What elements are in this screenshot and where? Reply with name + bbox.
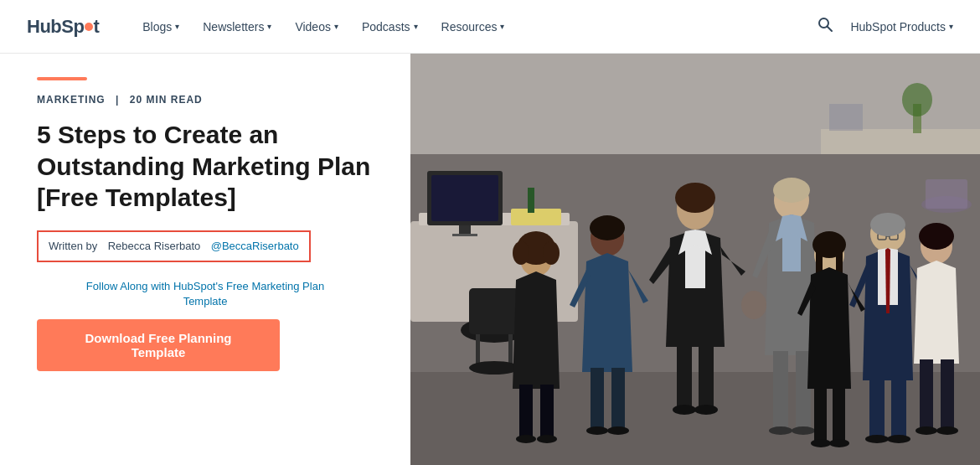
logo-text: HubSpt (27, 16, 99, 38)
read-time-label: 20 MIN READ (130, 94, 203, 106)
logo-dot (85, 23, 93, 31)
chevron-down-icon: ▾ (267, 22, 271, 31)
navbar: HubSpt Blogs ▾ Newsletters ▾ Videos ▾ Po… (0, 0, 980, 54)
article-title: 5 Steps to Create an Outstanding Marketi… (37, 119, 374, 214)
nav-item-resources[interactable]: Resources ▾ (431, 13, 515, 40)
search-icon[interactable] (813, 13, 837, 40)
main-content: MARKETING | 20 MIN READ 5 Steps to Creat… (0, 54, 980, 465)
nav-item-videos[interactable]: Videos ▾ (285, 13, 348, 40)
chevron-down-icon: ▾ (500, 22, 504, 31)
nav-items: Blogs ▾ Newsletters ▾ Videos ▾ Podcasts … (132, 13, 813, 40)
logo[interactable]: HubSpt (27, 16, 99, 38)
author-name-link[interactable]: Rebecca Riserbato (108, 240, 201, 252)
hero-image-panel (410, 54, 980, 465)
svg-rect-69 (821, 129, 980, 154)
nav-item-podcasts[interactable]: Podcasts ▾ (352, 13, 428, 40)
svg-line-1 (828, 27, 833, 32)
chevron-down-icon: ▾ (334, 22, 338, 31)
download-planning-template-button[interactable]: Download Free Planning Template (37, 319, 280, 371)
nav-item-newsletters[interactable]: Newsletters ▾ (193, 13, 281, 40)
separator: | (116, 94, 123, 106)
hero-image (410, 54, 980, 465)
svg-rect-68 (410, 54, 980, 465)
svg-rect-70 (829, 104, 863, 131)
written-by-label: Written by (49, 240, 97, 252)
hubspot-products-button[interactable]: HubSpot Products ▾ (850, 20, 953, 34)
chevron-down-icon: ▾ (175, 22, 179, 31)
category-line: MARKETING | 20 MIN READ (37, 94, 374, 106)
author-box: Written by Rebecca Riserbato @BeccaRiser… (37, 230, 311, 262)
accent-bar (37, 77, 87, 80)
cta-description: Follow Along with HubSpot's Free Marketi… (37, 279, 374, 309)
nav-item-blogs[interactable]: Blogs ▾ (132, 13, 189, 40)
svg-point-72 (902, 83, 932, 116)
nav-right: HubSpot Products ▾ (813, 13, 953, 40)
category-label: MARKETING (37, 94, 106, 106)
chevron-down-icon: ▾ (414, 22, 418, 31)
author-handle-link[interactable]: @BeccaRiserbato (211, 240, 299, 252)
left-panel: MARKETING | 20 MIN READ 5 Steps to Creat… (0, 54, 410, 465)
chevron-down-icon: ▾ (949, 22, 953, 31)
svg-rect-74 (926, 179, 967, 209)
